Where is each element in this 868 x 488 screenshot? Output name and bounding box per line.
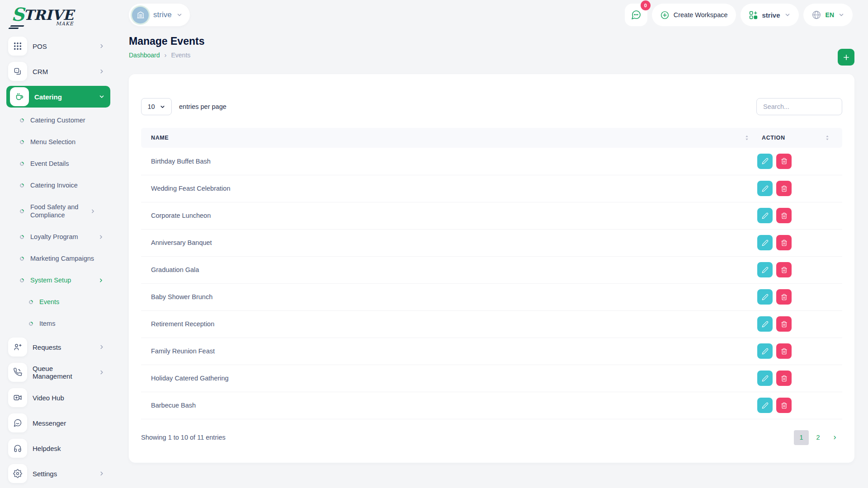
video-camera-icon: [8, 388, 27, 407]
bullet-icon: [19, 139, 25, 145]
chevron-right-icon: [99, 344, 105, 350]
table-row: Birthday Buffet Bash: [141, 148, 842, 175]
chevron-right-icon: [99, 43, 105, 49]
sidebar-item-items[interactable]: Items: [6, 313, 110, 334]
pagination-page-2[interactable]: 2: [811, 430, 826, 445]
edit-button[interactable]: [757, 371, 773, 386]
table-row: Anniversary Banquet: [141, 229, 842, 256]
workspace-menu-label: strive: [762, 11, 780, 19]
event-name-cell: Retirement Reception: [141, 310, 756, 338]
gear-icon: [8, 464, 27, 483]
bullet-icon: [19, 234, 25, 240]
pencil-icon: [762, 321, 769, 328]
column-header-action[interactable]: ACTION: [756, 128, 842, 148]
events-card: 10 entries per page NAME ACTION: [129, 74, 854, 463]
pencil-icon: [762, 267, 769, 273]
sidebar-item-loyalty-program[interactable]: Loyalty Program: [6, 226, 110, 248]
language-selector[interactable]: EN: [803, 4, 853, 26]
pencil-icon: [762, 185, 769, 192]
sidebar-subitem-label: Event Details: [30, 160, 110, 167]
pagination: 1 2 ›: [794, 430, 842, 445]
sidebar-item-label: Requests: [33, 343, 93, 351]
app-logo[interactable]: S TRIVE MAKE: [11, 5, 74, 27]
chevron-down-icon: [838, 12, 844, 18]
edit-button[interactable]: [757, 262, 773, 277]
phone-call-icon: [8, 363, 27, 382]
entries-per-page-label: entries per page: [179, 103, 226, 110]
sidebar-item-messenger[interactable]: Messenger: [6, 410, 110, 436]
topbar: S TRIVE MAKE strive 0 Creat: [0, 0, 868, 31]
workspace-switcher-label: strive: [153, 10, 172, 19]
edit-button[interactable]: [757, 343, 773, 359]
delete-button[interactable]: [776, 316, 792, 332]
sidebar-item-menu-selection[interactable]: Menu Selection: [6, 131, 110, 153]
sidebar-item-settings[interactable]: Settings: [6, 461, 110, 486]
sidebar-item-catering-invoice[interactable]: Catering Invoice: [6, 174, 110, 196]
delete-button[interactable]: [776, 208, 792, 223]
edit-button[interactable]: [757, 398, 773, 413]
sidebar-item-catering[interactable]: Catering: [6, 86, 110, 108]
edit-button[interactable]: [757, 289, 773, 305]
breadcrumb-current: Events: [171, 52, 191, 59]
workspace-menu[interactable]: strive: [741, 4, 799, 26]
chat-button[interactable]: 0: [625, 4, 647, 26]
delete-button[interactable]: [776, 371, 792, 386]
edit-button[interactable]: [757, 154, 773, 169]
main-content: Manage Events Dashboard › Events 10 entr…: [129, 35, 854, 463]
delete-button[interactable]: [776, 343, 792, 359]
delete-button[interactable]: [776, 235, 792, 250]
sidebar: POS CRM Catering Catering Customer: [6, 33, 110, 488]
edit-button[interactable]: [757, 316, 773, 332]
sidebar-item-label: Messenger: [33, 419, 106, 427]
events-table: NAME ACTION Birthday Buffet Bash: [141, 128, 842, 419]
sidebar-item-label: Settings: [33, 470, 93, 478]
event-name-cell: Holiday Catered Gathering: [141, 365, 756, 392]
delete-button[interactable]: [776, 398, 792, 413]
sidebar-item-pos[interactable]: POS: [6, 33, 110, 59]
pencil-icon: [762, 212, 769, 219]
add-event-button[interactable]: [838, 49, 854, 66]
headphones-icon: [8, 439, 27, 458]
grid-plus-icon: [749, 10, 758, 20]
sidebar-item-food-safety-compliance[interactable]: Food Safety and Compliance: [6, 196, 110, 226]
workspace-switcher[interactable]: strive: [129, 4, 190, 26]
trash-icon: [781, 294, 788, 300]
column-header-name[interactable]: NAME: [141, 128, 756, 148]
sidebar-subitem-label: System Setup: [30, 277, 92, 284]
delete-button[interactable]: [776, 181, 792, 196]
sidebar-item-helpdesk[interactable]: Helpdesk: [6, 436, 110, 461]
sidebar-item-queue-management[interactable]: Queue Management: [6, 360, 110, 385]
sidebar-item-requests[interactable]: Requests: [6, 334, 110, 360]
edit-button[interactable]: [757, 208, 773, 223]
delete-button[interactable]: [776, 289, 792, 305]
bullet-icon: [19, 117, 25, 123]
sidebar-item-crm[interactable]: CRM: [6, 59, 110, 84]
sidebar-item-events[interactable]: Events: [6, 291, 110, 313]
event-name-cell: Family Reunion Feast: [141, 338, 756, 365]
sort-icon[interactable]: [825, 135, 830, 141]
create-workspace-button[interactable]: Create Workspace: [652, 4, 736, 26]
person-plus-icon: [8, 338, 27, 357]
sidebar-item-marketing-campaigns[interactable]: Marketing Campaigns: [6, 248, 110, 269]
sidebar-item-system-setup[interactable]: System Setup: [6, 269, 110, 291]
sidebar-subitem-label: Loyalty Program: [30, 233, 92, 240]
sort-icon[interactable]: [745, 135, 749, 141]
sidebar-item-catering-customer[interactable]: Catering Customer: [6, 109, 110, 131]
chevron-right-icon: [99, 369, 105, 375]
event-name-cell: Anniversary Banquet: [141, 229, 756, 256]
chevron-right-icon: [98, 234, 104, 240]
delete-button[interactable]: [776, 262, 792, 277]
breadcrumb-dashboard-link[interactable]: Dashboard: [129, 52, 160, 59]
edit-button[interactable]: [757, 181, 773, 196]
pagination-next-button[interactable]: ›: [827, 430, 842, 445]
logo-text: TRIVE: [24, 7, 74, 23]
edit-button[interactable]: [757, 235, 773, 250]
search-input[interactable]: [756, 98, 842, 115]
delete-button[interactable]: [776, 154, 792, 169]
pagination-page-1[interactable]: 1: [794, 430, 809, 445]
sidebar-item-video-hub[interactable]: Video Hub: [6, 385, 110, 410]
sidebar-item-event-details[interactable]: Event Details: [6, 153, 110, 174]
entries-per-page-select[interactable]: 10: [141, 98, 172, 115]
trash-icon: [781, 375, 788, 382]
circle-plus-icon: [660, 10, 670, 20]
